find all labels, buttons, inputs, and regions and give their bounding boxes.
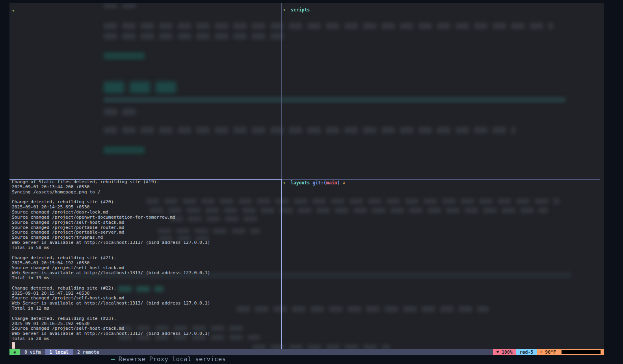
battery-value: 100%: [502, 349, 513, 355]
background-page-list-item: –Reverse Proxy local services: [111, 356, 226, 363]
prompt-directory: scripts: [291, 7, 310, 13]
blurred-text-region: [104, 108, 141, 115]
blurred-text-region: [236, 306, 489, 312]
blurred-text-region: [104, 82, 179, 93]
list-item-dash: –: [111, 356, 115, 363]
weather-segment: ☀90°F: [537, 349, 604, 355]
blurred-text-region: [104, 52, 145, 59]
weather-value: 90°F: [545, 349, 556, 355]
window-tab-2-remote[interactable]: 2 remote: [73, 349, 103, 355]
screenshot-root: { "terminal": { "panes": { "top_left": {…: [0, 0, 623, 364]
shell-prompt: ➜ layouts git:(main) ✗: [283, 180, 345, 186]
pane-divider-horizontal-right[interactable]: [282, 179, 600, 180]
blurred-text-region: [104, 127, 516, 134]
shell-prompt-arrow: ➜: [12, 8, 15, 13]
shell-prompt: ➜ scripts: [283, 7, 310, 13]
tmux-terminal-window: ➜ ➜ scripts Change of Static files detec…: [9, 3, 604, 355]
battery-segment: ♥100%: [493, 349, 516, 355]
hostname-segment: red-5: [516, 349, 537, 355]
window-tab-1-local-active[interactable]: 1 local: [45, 349, 73, 355]
git-prefix: git:(: [312, 180, 326, 186]
pane-divider-vertical-top[interactable]: [281, 3, 282, 179]
list-item-text: Reverse Proxy local services: [119, 356, 226, 363]
shell-prompt-arrow: ➜: [283, 7, 285, 13]
tmux-status-bar: ◉ 0 vifm 1 local 2 remote ♥100% red-5 ☀9…: [9, 349, 604, 355]
blurred-text-region: [104, 4, 141, 8]
status-bar-spacer: [103, 349, 493, 355]
session-icon[interactable]: ◉: [9, 349, 20, 355]
window-tab-0-vifm[interactable]: 0 vifm: [20, 349, 45, 355]
pane-divider-vertical-bottom[interactable]: [281, 179, 282, 349]
blurred-text-region: [104, 147, 145, 154]
prompt-directory: layouts: [291, 180, 310, 186]
blurred-text-region: [104, 97, 565, 102]
blurred-text-region: [104, 23, 553, 29]
git-dirty-icon: ✗: [342, 180, 345, 186]
redacted-block: [562, 350, 601, 354]
git-branch: main: [326, 180, 337, 186]
sun-icon: ☀: [540, 350, 542, 354]
terminal-cursor: [12, 342, 15, 349]
blurred-text-region: [104, 33, 285, 39]
heart-icon: ♥: [497, 350, 499, 354]
hugo-server-log: Change of Static files detected, rebuild…: [12, 180, 210, 342]
shell-prompt-arrow: ➜: [283, 180, 285, 186]
